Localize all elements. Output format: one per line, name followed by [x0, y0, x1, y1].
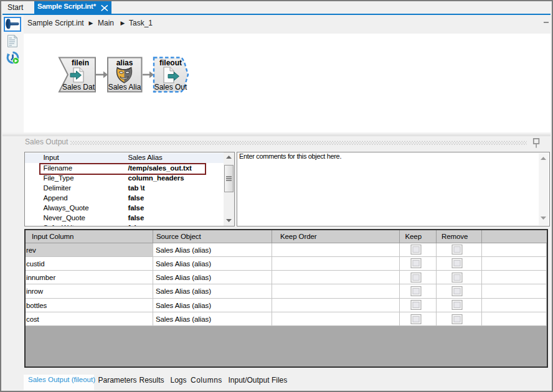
svg-text:Sales Alia: Sales Alia: [108, 83, 141, 91]
svg-text:fileout: fileout: [159, 58, 182, 67]
svg-text:Sales Out: Sales Out: [154, 83, 187, 91]
svg-text:filein: filein: [72, 58, 89, 67]
svg-text:alias: alias: [116, 58, 133, 67]
svg-text:Sales Dat: Sales Dat: [62, 83, 95, 91]
